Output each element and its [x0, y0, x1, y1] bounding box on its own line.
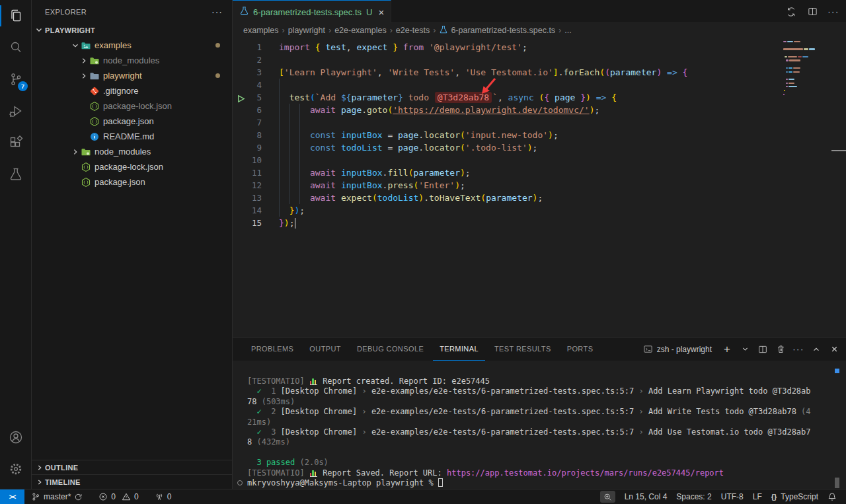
tree-item-readme-md[interactable]: README.md: [32, 129, 232, 144]
eol[interactable]: LF: [749, 489, 766, 504]
breadcrumb: examples›playwright›e2e-examples›e2e-tes…: [233, 23, 846, 38]
problems-indicator[interactable]: 0 0: [95, 489, 142, 504]
code-line-11[interactable]: 11 await inputBox.fill(parameter);: [233, 166, 846, 179]
indent-guide: [299, 116, 300, 129]
breadcrumb-item[interactable]: playwright: [288, 26, 325, 35]
cursor-position[interactable]: Ln 15, Col 4: [621, 489, 672, 504]
code-line-6[interactable]: 6 await page.goto('https://demo.playwrig…: [233, 104, 846, 116]
code-line-4[interactable]: 4: [233, 79, 846, 91]
tree-item-node-modules[interactable]: node_modules: [32, 144, 232, 159]
accounts-icon[interactable]: [0, 421, 32, 453]
code-line-3[interactable]: 3['Learn Playwright', 'Write Tests', 'Us…: [233, 66, 846, 79]
new-terminal-icon[interactable]: +: [720, 343, 734, 356]
close-icon[interactable]: ×: [378, 7, 384, 17]
panel-tab-terminal[interactable]: TERMINAL: [433, 338, 485, 361]
tree-item-package-lock-json[interactable]: package-lock.json: [32, 159, 232, 174]
code-line-1[interactable]: 1import { test, expect } from '@playwrig…: [233, 41, 846, 54]
panel-tab-debug-console[interactable]: DEBUG CONSOLE: [350, 338, 430, 361]
breadcrumb-separator: ›: [430, 26, 439, 35]
panel-tab-output[interactable]: OUTPUT: [303, 338, 348, 361]
run-debug-icon[interactable]: [0, 95, 32, 127]
maximize-panel-icon[interactable]: [810, 343, 823, 356]
extensions-icon[interactable]: [0, 127, 32, 159]
code-line-5[interactable]: 5 test(`Add ${parameter} todo @T3d28ab78…: [233, 91, 846, 104]
explorer-icon[interactable]: [0, 0, 32, 32]
close-panel-icon[interactable]: [827, 343, 841, 356]
more-actions-icon[interactable]: ···: [826, 5, 841, 19]
folder-node: [81, 147, 91, 157]
code-text: await inputBox.fill(parameter);: [279, 168, 471, 178]
line-number: 15: [233, 218, 279, 228]
indent-guide: [289, 154, 290, 166]
outline-section[interactable]: OUTLINE: [32, 460, 232, 474]
remote-indicator[interactable]: ><: [0, 489, 24, 504]
tree-item-label: README.md: [103, 131, 154, 141]
branch-indicator[interactable]: master*: [27, 489, 87, 504]
source-control-icon[interactable]: 7: [0, 63, 32, 95]
folder-node: [89, 55, 100, 66]
panel-tab-test-results[interactable]: TEST RESULTS: [488, 338, 558, 361]
split-terminal-icon[interactable]: [756, 343, 769, 356]
encoding[interactable]: UTF-8: [717, 489, 748, 504]
code-line-10[interactable]: 10: [233, 154, 846, 166]
code-line-2[interactable]: 2: [233, 54, 846, 66]
tree-item-package-json[interactable]: package.json: [32, 174, 232, 190]
search-icon[interactable]: [0, 32, 32, 63]
notifications-bell-icon[interactable]: [824, 489, 841, 504]
panel-tab-problems[interactable]: PROBLEMS: [245, 338, 300, 361]
tree-item-package-json[interactable]: package.json: [32, 114, 232, 129]
terminal-line: mkryvoshyya@Maksyms-Laptop playwright %: [247, 478, 846, 488]
code-line-12[interactable]: 12 await inputBox.press('Enter');: [233, 179, 846, 192]
terminal-output[interactable]: [TESTOMATIO] Report created. Report ID: …: [233, 361, 846, 488]
bar-chart-icon: [310, 470, 317, 477]
explorer-title: EXPLORER: [45, 8, 87, 16]
code-line-13[interactable]: 13 await expect(todoList).toHaveText(par…: [233, 192, 846, 204]
indent-guide: [299, 179, 300, 192]
json-icon: [89, 101, 100, 112]
breadcrumb-item[interactable]: examples: [243, 26, 279, 35]
language-mode[interactable]: {} TypeScript: [767, 489, 822, 504]
forwarded-ports-indicator[interactable]: 0: [151, 489, 176, 504]
tab-spec-file[interactable]: 6-parametrized-tests.spec.ts U ×: [233, 0, 391, 23]
terminal-session[interactable]: zsh - playwright: [643, 344, 712, 354]
terminal-scrollbar[interactable]: [835, 478, 839, 488]
toggle-changes-icon[interactable]: [784, 5, 798, 19]
braces-icon: {}: [771, 493, 777, 501]
warnings-icon: [122, 492, 131, 501]
tree-item-examples[interactable]: examples: [32, 38, 232, 53]
indent-guide: [289, 179, 290, 192]
split-editor-icon[interactable]: [805, 5, 820, 19]
code-line-7[interactable]: 7: [233, 116, 846, 129]
code-line-14[interactable]: 14 });: [233, 204, 846, 217]
code-area[interactable]: 1import { test, expect } from '@playwrig…: [233, 38, 846, 229]
kill-terminal-icon[interactable]: [774, 343, 787, 356]
tree-item-label: package.json: [103, 116, 154, 126]
breadcrumb-file[interactable]: 6-parametrized-tests.spec.ts: [439, 25, 555, 36]
bottom-panel: PROBLEMSOUTPUTDEBUG CONSOLETERMINALTEST …: [233, 337, 846, 489]
panel-more-actions-icon[interactable]: ···: [792, 343, 805, 356]
terminal-line: [TESTOMATIO] Report Saved. Report URL: h…: [247, 468, 846, 478]
tree-item-label: node_modules: [103, 55, 159, 65]
code-line-15[interactable]: 15});: [233, 217, 846, 229]
indentation[interactable]: Spaces: 2: [672, 489, 715, 504]
testing-icon[interactable]: [0, 159, 32, 190]
settings-gear-icon[interactable]: [0, 453, 32, 485]
code-line-9[interactable]: 9 const todoList = page.locator('.todo-l…: [233, 141, 846, 154]
tree-item-playwright[interactable]: playwright: [32, 68, 232, 83]
terminal-line: [247, 448, 846, 458]
minimap[interactable]: [783, 41, 831, 97]
breadcrumb-item[interactable]: e2e-tests: [396, 26, 430, 35]
terminal-dropdown-icon[interactable]: [738, 343, 751, 356]
tree-item--gitignore[interactable]: .gitignore: [32, 83, 232, 98]
code-line-8[interactable]: 8 const inputBox = page.locator('input.n…: [233, 129, 846, 141]
timeline-section[interactable]: TIMELINE: [32, 474, 232, 489]
panel-tab-ports[interactable]: PORTS: [560, 338, 600, 361]
explorer-more-actions-icon[interactable]: ···: [212, 7, 223, 17]
tree-item-node-modules[interactable]: node_modules: [32, 53, 232, 68]
tree-item-package-lock-json[interactable]: package-lock.json: [32, 98, 232, 114]
breadcrumb-item[interactable]: e2e-examples: [334, 26, 387, 35]
tree-root-playwright[interactable]: PLAYWRIGHT: [32, 23, 232, 38]
panel-header: PROBLEMSOUTPUTDEBUG CONSOLETERMINALTEST …: [233, 338, 846, 361]
breadcrumb-overflow[interactable]: ...: [564, 26, 571, 35]
zoom-indicator[interactable]: [600, 491, 615, 503]
